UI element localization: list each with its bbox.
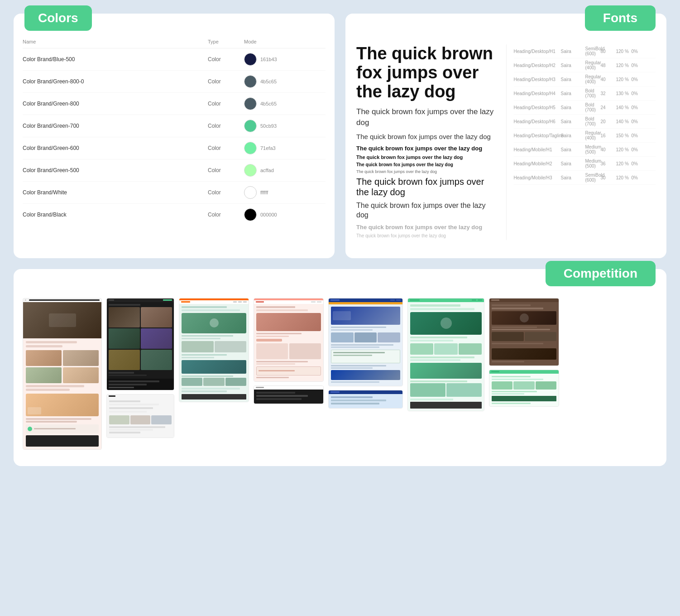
colors-badge: Colors [24,5,92,31]
font-sample-mobile-h1: The quick brown fox jumps over the lazy … [356,177,497,197]
font-spec-row: Heading/Desktop/H3 Saira Regular (400) 4… [514,72,656,87]
color-swatch [244,164,257,177]
screenshot-mock [254,385,324,404]
table-row: Color Brand/Green-800-0 Color 4b5c65 [23,71,326,93]
font-sample-h3: The quick brown fox jumps over the lazy … [356,132,497,141]
fonts-content: The quick brown fox jumps over the lazy … [345,35,666,249]
table-row: Color Brand/Green-800 Color 4b5c65 [23,93,326,115]
comp-col-6 [407,298,484,411]
color-swatch [244,97,257,110]
screenshot-mock [407,298,484,411]
font-spec-row: Heading/Desktop/H5 Saira Bold (700) 24 1… [514,101,656,115]
screenshot-mock [106,394,174,438]
font-spec-row: Heading/Desktop/H6 Saira Bold (700) 20 1… [514,115,656,129]
table-row: Color Brand/White Color ffffff [23,182,326,204]
table-row: Color Brand/Black Color 000000 [23,204,326,226]
color-swatch [244,75,257,88]
fonts-specs: Heading/Desktop/H1 Saira SemiBold (600) … [506,44,656,240]
font-sample-tagline: The quick brown fox jumps over the lazy … [356,169,497,174]
fonts-card: Fonts The quick brown fox jumps over the… [345,14,666,258]
font-sample-mobile-body: The quick brown fox jumps over the lazy … [356,233,497,238]
screenshot-mock [254,298,324,382]
font-sample-h6: The quick brown fox jumps over the lazy … [356,162,497,167]
font-spec-row: Heading/Desktop/Tagline Saira Regular (4… [514,129,656,143]
screenshot-mock [328,390,403,409]
font-spec-row: Heading/Mobile/H2 Saira Medium (500) 36 … [514,157,656,171]
comp-col-3 [179,298,249,402]
font-sample-mobile-h3: The quick brown fox jumps over the lazy … [356,224,497,231]
competition-screenshots [14,291,666,457]
font-spec-row: Heading/Desktop/H1 Saira SemiBold (600) … [514,44,656,58]
screenshot-mock [489,298,559,366]
comp-col-1 [23,298,102,450]
fonts-preview: The quick brown fox jumps over the lazy … [356,44,506,240]
font-spec-row: Heading/Desktop/H4 Saira Bold (700) 32 1… [514,87,656,101]
table-row: Color Brand/Green-500 Color acffad [23,159,326,182]
font-sample-h2: The quick brown fox jumps over the lazy … [356,106,497,128]
table-row: Color Brand/Green-700 Color 50cb93 [23,115,326,137]
color-swatch [244,120,257,132]
screenshot-mock [106,298,174,390]
screenshot-mock [179,298,249,402]
competition-badge: Competition [546,261,656,286]
font-spec-row: Heading/Desktop/H2 Saira Regular (400) 4… [514,58,656,72]
colors-card: Colors Name Type Mode Color Brand/Blue-5… [14,14,335,258]
font-sample-mobile-h2: The quick brown fox jumps over the lazy … [356,201,497,220]
colors-table-header: Name Type Mode [23,35,326,48]
font-spec-row: Heading/Mobile/H1 Saira Medium (500) 40 … [514,143,656,157]
comp-col-4 [254,298,324,404]
screenshot-mock [23,298,102,450]
font-sample-h5: The quick brown fox jumps over the lazy … [356,154,497,160]
table-row: Color Brand/Green-600 Color 71efa3 [23,137,326,159]
colors-table: Name Type Mode Color Brand/Blue-500 Colo… [14,35,335,226]
competition-card: Competition [14,269,666,466]
comp-col-7 [489,298,559,407]
font-sample-h1: The quick brown fox jumps over the lazy … [356,44,497,101]
color-swatch [244,208,257,221]
color-swatch [244,53,257,66]
comp-col-2 [106,298,174,438]
screenshot-mock [328,298,403,386]
color-swatch [244,142,257,154]
comp-col-5 [328,298,403,409]
main-grid: Colors Name Type Mode Color Brand/Blue-5… [14,14,666,466]
table-row: Color Brand/Blue-500 Color 161b43 [23,48,326,71]
color-swatch [244,186,257,199]
font-sample-h4: The quick brown fox jumps over the lazy … [356,145,497,152]
font-spec-row: Heading/Mobile/H3 Saira SemiBold (600) 3… [514,171,656,185]
fonts-badge: Fonts [585,5,656,31]
screenshot-mock [489,370,559,407]
